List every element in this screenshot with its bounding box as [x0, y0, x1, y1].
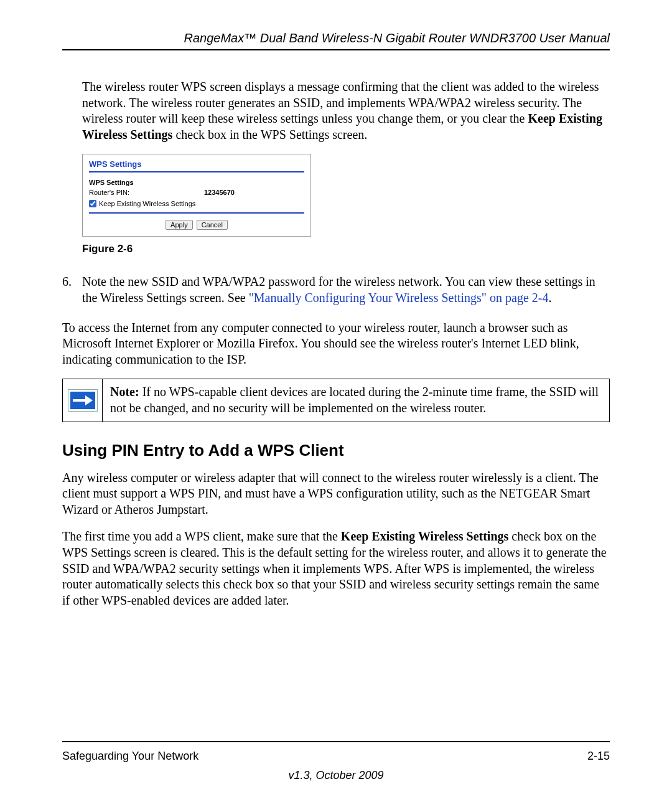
wps-settings-figure: WPS Settings WPS Settings Router's PIN: … [82, 154, 311, 237]
step-6-number: 6. [62, 274, 82, 306]
figure-caption: Figure 2-6 [82, 243, 610, 255]
section-p1: Any wireless computer or wireless adapte… [62, 470, 610, 518]
footer-version: v1.3, October 2009 [62, 769, 610, 782]
figure-panel-title: WPS Settings [89, 159, 304, 169]
cancel-button[interactable]: Cancel [197, 220, 228, 230]
figure-subheading: WPS Settings [89, 179, 304, 186]
note-body: If no WPS-capable client devices are loc… [110, 385, 599, 415]
page: RangeMax™ Dual Band Wireless-N Gigabit R… [0, 0, 672, 807]
keep-existing-checkbox[interactable] [89, 200, 96, 207]
access-paragraph: To access the Internet from any computer… [62, 320, 610, 368]
apply-button[interactable]: Apply [166, 220, 193, 230]
figure-rule-1 [89, 171, 304, 172]
figure-rule-2 [89, 212, 304, 214]
intro-text-c: check box in the WPS Settings screen. [172, 128, 367, 141]
figure-pin-row: Router's PIN: 12345670 [89, 189, 304, 196]
header-title: RangeMax™ Dual Band Wireless-N Gigabit R… [62, 31, 610, 45]
figure-pin-value: 12345670 [204, 189, 235, 196]
step-6: 6. Note the new SSID and WPA/WPA2 passwo… [62, 274, 610, 306]
footer: Safeguarding Your Network 2-15 v1.3, Oct… [62, 741, 610, 782]
figure-pin-label: Router's PIN: [89, 189, 204, 196]
footer-page-number: 2-15 [587, 750, 610, 763]
note-label: Note: [110, 385, 139, 399]
arrow-icon [68, 390, 97, 411]
note-icon-cell [63, 379, 103, 421]
intro-text-a: The wireless router WPS screen displays … [82, 80, 599, 125]
footer-rule [62, 741, 610, 742]
section-heading: Using PIN Entry to Add a WPS Client [62, 441, 610, 460]
note-box: Note: If no WPS-capable client devices a… [62, 379, 610, 422]
step-6-body: Note the new SSID and WPA/WPA2 password … [82, 274, 610, 306]
footer-row: Safeguarding Your Network 2-15 [62, 750, 610, 763]
manual-config-link[interactable]: "Manually Configuring Your Wireless Sett… [249, 291, 549, 304]
section-p2: The first time you add a WPS client, mak… [62, 529, 610, 608]
figure-checkbox-label: Keep Existing Wireless Settings [99, 200, 195, 207]
section-p2-bold: Keep Existing Wireless Settings [341, 529, 508, 543]
figure-buttons: Apply Cancel [89, 219, 304, 230]
section-p2-a: The first time you add a WPS client, mak… [62, 529, 341, 543]
step-6-text-b: . [548, 291, 551, 304]
header-rule [62, 49, 610, 50]
figure-checkbox-row: Keep Existing Wireless Settings [89, 200, 304, 207]
intro-paragraph: The wireless router WPS screen displays … [82, 79, 610, 143]
footer-left: Safeguarding Your Network [62, 750, 198, 763]
note-text: Note: If no WPS-capable client devices a… [103, 379, 609, 421]
